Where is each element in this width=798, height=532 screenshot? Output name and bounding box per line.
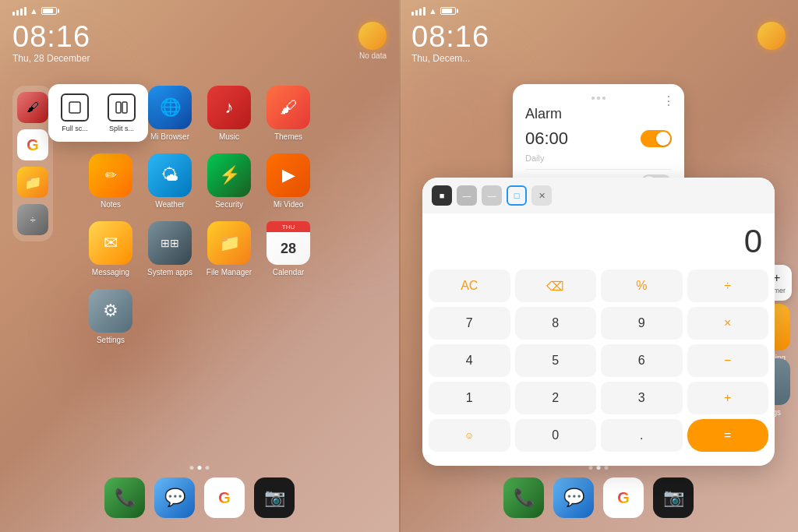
- signal-bar-4: [24, 7, 26, 16]
- fullscreen-label: Full sc...: [62, 125, 88, 132]
- dock-right-phone[interactable]: 📞: [503, 477, 544, 518]
- calc-2[interactable]: 2: [515, 382, 597, 414]
- app-settings[interactable]: ⚙ Settings: [84, 289, 137, 344]
- signal-bar-r1: [411, 12, 414, 16]
- calc-8[interactable]: 8: [515, 307, 597, 340]
- settings-label: Settings: [97, 336, 125, 344]
- app-security[interactable]: ⚡ Security: [203, 153, 256, 209]
- signal-bar-r3: [419, 9, 422, 16]
- app-weather[interactable]: 🌤 Weather: [143, 153, 196, 209]
- mivideo-label: Mi Video: [274, 200, 304, 209]
- alarm-menu-button[interactable]: ⋮: [662, 93, 675, 108]
- fullscreen-btn[interactable]: Full sc...: [55, 90, 95, 136]
- calc-equals[interactable]: =: [687, 419, 769, 452]
- calc-3[interactable]: 3: [601, 382, 683, 414]
- calc-5[interactable]: 5: [515, 344, 597, 377]
- calc-dot[interactable]: .: [601, 419, 683, 452]
- app-filemanager[interactable]: 📁 File Manager: [203, 221, 256, 277]
- sidebar-app-calc[interactable]: ÷: [17, 204, 48, 235]
- left-phone: ▲ 08:16 Thu, 28 December No data 🖌 G 📁 ÷: [0, 0, 399, 532]
- calc-buttons: AC ⌫ % ÷ 7 8 9 × 4 5 6 − 1 2: [422, 270, 775, 466]
- ctrl-outline-btn[interactable]: □: [507, 185, 527, 206]
- weather-label: Weather: [155, 200, 185, 209]
- dock-right-chat[interactable]: 💬: [553, 477, 594, 518]
- calc-6[interactable]: 6: [601, 344, 683, 377]
- clock-time-left: 08:16: [12, 22, 90, 51]
- sidebar-app-filemanager[interactable]: 📁: [17, 167, 48, 198]
- alarm-divider-1: [525, 169, 672, 170]
- page-dots-left: [190, 466, 210, 470]
- splitscreen-btn[interactable]: Split s...: [101, 90, 142, 136]
- calc-9[interactable]: 9: [601, 307, 683, 340]
- alarm-toggle-1[interactable]: [641, 130, 672, 147]
- calc-backspace[interactable]: ⌫: [515, 270, 597, 302]
- alarm-time: 06:00: [525, 129, 568, 149]
- app-notes[interactable]: ✏ Notes: [84, 153, 137, 209]
- calc-result: 0: [435, 223, 762, 260]
- ctrl-black-btn[interactable]: ■: [432, 185, 452, 206]
- sun-icon-left: [358, 22, 387, 50]
- dot-r1: [589, 466, 593, 470]
- dock-left: 📞 💬 G 📷: [104, 477, 295, 518]
- dock-camera[interactable]: 📷: [254, 477, 295, 518]
- calc-plus[interactable]: +: [687, 382, 769, 414]
- calc-1[interactable]: 1: [429, 382, 510, 414]
- calc-minus[interactable]: −: [687, 344, 769, 377]
- dock-chrome[interactable]: G: [204, 477, 245, 518]
- filemanager-icon: 📁: [207, 221, 251, 265]
- calc-icon: ÷: [30, 214, 35, 226]
- dock-chat[interactable]: 💬: [154, 477, 195, 518]
- app-mivideo[interactable]: ▶ Mi Video: [262, 153, 315, 209]
- app-calendar[interactable]: THU 28 Calendar: [262, 221, 315, 277]
- calc-multiply[interactable]: ×: [687, 307, 769, 340]
- calc-row-3: 4 5 6 −: [429, 344, 768, 377]
- app-mibrowser[interactable]: 🌐 Mi Browser: [143, 86, 196, 141]
- music-icon: ♪: [207, 86, 251, 129]
- alarm-dot-1: [591, 97, 595, 100]
- calc-0[interactable]: 0: [515, 419, 597, 452]
- sidebar-app-themes[interactable]: 🖌: [17, 92, 48, 123]
- ctrl-gray-btn[interactable]: —: [457, 185, 477, 206]
- filemanager-label: File Manager: [207, 268, 252, 277]
- signal-bar-2: [16, 10, 19, 16]
- notes-label: Notes: [101, 200, 121, 209]
- app-music[interactable]: ♪ Music: [203, 86, 256, 141]
- dock-right-chrome[interactable]: G: [603, 477, 644, 518]
- calc-special[interactable]: ☺: [429, 419, 510, 452]
- dock-phone[interactable]: 📞: [104, 477, 145, 518]
- music-label: Music: [219, 132, 239, 141]
- themes-icon: 🖌: [26, 100, 39, 115]
- ctrl-gray2-btn[interactable]: —: [482, 185, 502, 206]
- dock-right-camera[interactable]: 📷: [653, 477, 694, 518]
- right-phone: ▲ 08:16 Thu, Decem... ⋮ Alarm 06:00 Dail…: [399, 0, 798, 532]
- weather-widget-left: No data: [358, 22, 387, 60]
- calc-7[interactable]: 7: [429, 307, 510, 340]
- chrome-icon-right: G: [617, 489, 630, 507]
- calc-divide[interactable]: ÷: [687, 270, 769, 302]
- calendar-label: Calendar: [273, 268, 305, 277]
- calc-percent[interactable]: %: [601, 270, 683, 302]
- calendar-icon: THU 28: [267, 221, 310, 265]
- mibrowser-icon: 🌐: [148, 86, 192, 129]
- weather-widget-right: [757, 22, 786, 50]
- app-themes[interactable]: 🖌 Themes: [262, 86, 315, 141]
- filemanager-icon: 📁: [24, 174, 41, 191]
- calc-ac[interactable]: AC: [429, 270, 510, 302]
- app-sysapps[interactable]: ⊞⊞ System apps: [143, 221, 196, 277]
- no-data-label: No data: [358, 51, 387, 60]
- sidebar-app-chrome[interactable]: G: [17, 129, 48, 160]
- sysapps-icon: ⊞⊞: [148, 221, 192, 265]
- alarm-title: Alarm: [525, 106, 672, 122]
- app-messaging[interactable]: ✉ Messaging: [84, 221, 137, 277]
- themes-app-icon: 🖌: [267, 86, 310, 129]
- messaging-icon: ✉: [89, 221, 132, 265]
- dot-r2: [597, 466, 601, 470]
- ctrl-close-btn[interactable]: ✕: [531, 185, 552, 206]
- chrome-icon-sidebar: G: [26, 136, 39, 154]
- dot-r3: [605, 466, 609, 470]
- calc-4[interactable]: 4: [429, 344, 510, 377]
- calculator-card: ■ — — □ ✕ 0 AC ⌫ % ÷ 7 8 9 ×: [422, 178, 775, 466]
- splitscreen-icon: [108, 93, 136, 122]
- svg-rect-1: [116, 102, 121, 113]
- mibrowser-label: Mi Browser: [150, 132, 189, 141]
